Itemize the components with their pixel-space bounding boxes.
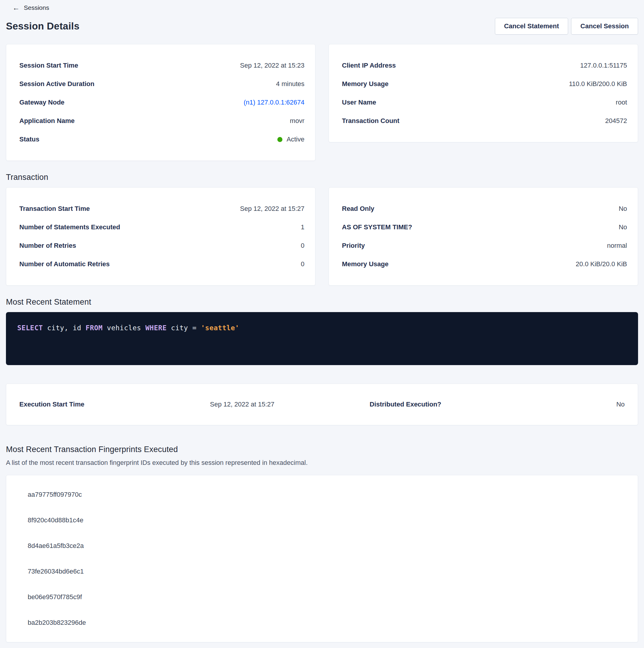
detail-row: Execution Start Time Sep 12, 2022 at 15:…	[19, 395, 274, 414]
detail-value: 0	[301, 242, 304, 250]
gateway-node-link[interactable]: (n1) 127.0.0.1:62674	[244, 99, 304, 106]
detail-label: Memory Usage	[342, 260, 389, 268]
detail-value: Sep 12, 2022 at 15:27	[210, 400, 274, 408]
transaction-cards: Transaction Start Time Sep 12, 2022 at 1…	[6, 187, 638, 285]
detail-row: Client IP Address 127.0.0.1:51175	[342, 56, 627, 75]
execution-details-card: Execution Start Time Sep 12, 2022 at 15:…	[6, 384, 638, 425]
detail-value: 0	[301, 260, 304, 268]
back-link-label: Sessions	[24, 4, 49, 11]
status-text: Active	[287, 136, 304, 143]
fingerprint-item: aa79775ff097970c	[28, 482, 625, 507]
detail-label: Application Name	[19, 117, 75, 125]
sql-text: city =	[167, 324, 201, 332]
detail-label: Gateway Node	[19, 99, 65, 106]
fingerprints-subtitle: A list of the most recent transaction fi…	[6, 459, 638, 467]
detail-label: Number of Automatic Retries	[19, 260, 110, 268]
detail-value: No	[616, 400, 625, 408]
detail-row: Application Name movr	[19, 112, 304, 130]
cancel-statement-button[interactable]: Cancel Statement	[495, 18, 569, 35]
sql-keyword: FROM	[86, 324, 103, 332]
detail-label: Session Active Duration	[19, 80, 94, 88]
detail-value: No	[619, 205, 627, 213]
detail-row: Session Start Time Sep 12, 2022 at 15:23	[19, 56, 304, 75]
cancel-session-button[interactable]: Cancel Session	[571, 18, 638, 35]
detail-row: Memory Usage 20.0 KiB/20.0 KiB	[342, 255, 627, 273]
statement-section-title: Most Recent Statement	[6, 298, 638, 307]
detail-row: Session Active Duration 4 minutes	[19, 75, 304, 93]
detail-value: 20.0 KiB/20.0 KiB	[576, 260, 627, 268]
detail-row: AS OF SYSTEM TIME? No	[342, 218, 627, 236]
detail-row: Number of Statements Executed 1	[19, 218, 304, 236]
detail-label: Read Only	[342, 205, 374, 213]
transaction-card-left: Transaction Start Time Sep 12, 2022 at 1…	[6, 187, 315, 285]
fingerprints-section-title: Most Recent Transaction Fingerprints Exe…	[6, 445, 638, 454]
detail-row: User Name root	[342, 93, 627, 112]
sql-string-literal: 'seattle'	[201, 324, 239, 332]
detail-label: Memory Usage	[342, 80, 389, 88]
session-card-right: Client IP Address 127.0.0.1:51175 Memory…	[329, 44, 638, 142]
detail-label: Client IP Address	[342, 62, 396, 69]
detail-value: root	[616, 99, 627, 106]
status-badge: Active	[277, 136, 304, 143]
detail-row: Distributed Execution? No	[370, 395, 625, 414]
detail-row: Transaction Count 204572	[342, 112, 627, 130]
detail-row: Transaction Start Time Sep 12, 2022 at 1…	[19, 200, 304, 218]
detail-value: 204572	[605, 117, 627, 125]
detail-value: No	[619, 223, 627, 231]
detail-value: Sep 12, 2022 at 15:27	[240, 205, 304, 213]
fingerprints-card: aa79775ff097970c 8f920c40d88b1c4e 8d4ae6…	[6, 475, 638, 642]
detail-label: Number of Retries	[19, 242, 76, 250]
detail-label: Distributed Execution?	[370, 400, 441, 408]
detail-label: Status	[19, 136, 39, 143]
page-title: Session Details	[6, 20, 79, 32]
fingerprint-item: be06e9570f785c9f	[28, 584, 625, 610]
detail-value: 4 minutes	[276, 80, 304, 88]
session-summary-cards: Session Start Time Sep 12, 2022 at 15:23…	[6, 44, 638, 161]
detail-label: User Name	[342, 99, 376, 106]
detail-value: 110.0 KiB/200.0 KiB	[569, 80, 627, 88]
detail-value: 127.0.0.1:51175	[580, 62, 627, 69]
transaction-card-right: Read Only No AS OF SYSTEM TIME? No Prior…	[329, 187, 638, 285]
sql-text: vehicles	[103, 324, 145, 332]
arrow-left-icon: ←	[12, 4, 20, 11]
detail-value: 1	[301, 223, 304, 231]
sql-code-block: SELECT city, id FROM vehicles WHERE city…	[6, 312, 638, 365]
detail-label: Execution Start Time	[19, 400, 84, 408]
fingerprint-item: ba2b203b823296de	[28, 610, 625, 636]
detail-label: Transaction Start Time	[19, 205, 90, 213]
detail-label: Priority	[342, 242, 365, 250]
detail-label: AS OF SYSTEM TIME?	[342, 223, 412, 231]
detail-label: Session Start Time	[19, 62, 78, 69]
detail-row: Read Only No	[342, 200, 627, 218]
detail-label: Number of Statements Executed	[19, 223, 120, 231]
detail-row: Status Active	[19, 130, 304, 149]
detail-value: movr	[290, 117, 304, 125]
transaction-section-title: Transaction	[6, 173, 638, 182]
detail-value: normal	[607, 242, 627, 250]
detail-row: Number of Retries 0	[19, 236, 304, 255]
detail-label: Transaction Count	[342, 117, 399, 125]
page-header: Session Details Cancel Statement Cancel …	[6, 18, 638, 35]
fingerprint-item: 8d4ae61a5fb3ce2a	[28, 533, 625, 559]
status-active-dot-icon	[277, 137, 282, 142]
detail-row: Priority normal	[342, 236, 627, 255]
session-details-page: ← Sessions Session Details Cancel Statem…	[0, 0, 644, 642]
sql-keyword: WHERE	[145, 324, 167, 332]
header-buttons: Cancel Statement Cancel Session	[495, 18, 638, 35]
detail-row: Number of Automatic Retries 0	[19, 255, 304, 273]
detail-row: Gateway Node (n1) 127.0.0.1:62674	[19, 93, 304, 112]
fingerprint-item: 8f920c40d88b1c4e	[28, 507, 625, 533]
fingerprint-item: 73fe26034bd6e6c1	[28, 559, 625, 584]
sql-text: city, id	[43, 324, 85, 332]
sql-keyword: SELECT	[17, 324, 43, 332]
sql-statement: SELECT city, id FROM vehicles WHERE city…	[17, 324, 627, 332]
detail-row: Memory Usage 110.0 KiB/200.0 KiB	[342, 75, 627, 93]
back-to-sessions-link[interactable]: ← Sessions	[12, 0, 49, 11]
detail-value: Sep 12, 2022 at 15:23	[240, 62, 304, 69]
session-card-left: Session Start Time Sep 12, 2022 at 15:23…	[6, 44, 315, 161]
